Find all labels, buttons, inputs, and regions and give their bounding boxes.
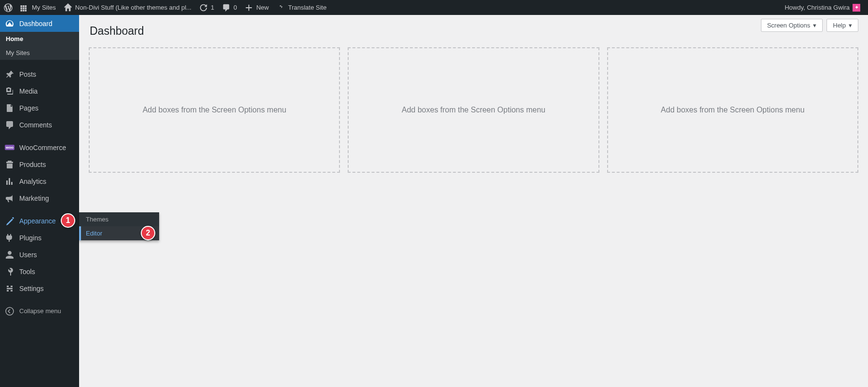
dashboard-dropzone-2[interactable]: Add boxes from the Screen Options menu [348,47,599,173]
sidebar-item-users[interactable]: Users [0,246,79,263]
sidebar-item-products[interactable]: Products [0,156,79,173]
sidebar-item-label: Plugins [19,234,41,242]
translate-link[interactable]: Translate Site [272,0,330,15]
media-icon [5,86,14,96]
wp-logo[interactable] [0,0,16,15]
my-sites-link[interactable]: My Sites [16,0,60,15]
comment-icon [5,120,14,130]
sidebar-item-collapse[interactable]: Collapse menu [0,303,79,319]
woocommerce-icon: woo [5,145,14,150]
comments-link[interactable]: 0 [218,0,241,15]
sidebar-item-woocommerce[interactable]: woo WooCommerce [0,139,79,156]
network-icon [20,3,29,12]
howdy-link[interactable]: Howdy, Christina Gwira✦ [781,0,864,15]
refresh-icon [199,3,208,12]
new-link[interactable]: New [241,0,272,15]
marketing-icon [5,194,14,203]
comment-icon [222,3,231,12]
annotation-2: 2 [141,226,155,240]
plugins-icon [5,233,14,243]
sidebar-item-label: WooCommerce [19,144,66,152]
admin-bar: My Sites Non-Divi Stuff (Like other them… [0,0,868,15]
appearance-icon [5,216,14,226]
sidebar-item-label: Tools [19,268,35,276]
sidebar-item-label: Comments [19,121,52,129]
sidebar-item-label: Media [19,87,38,95]
analytics-icon [5,177,14,186]
sidebar-item-analytics[interactable]: Analytics [0,173,79,190]
sidebar-item-label: Appearance [19,217,56,225]
screen-options-label: Screen Options [767,22,811,29]
dashboard-icon [5,19,14,28]
sidebar-item-comments[interactable]: Comments [0,116,79,133]
svg-point-0 [6,307,14,315]
sidebar-item-label: Users [19,251,37,259]
new-label: New [256,4,269,11]
sidebar-item-label: Posts [19,70,36,78]
refresh-count: 1 [211,4,214,11]
screen-options-button[interactable]: Screen Options▾ [761,19,823,32]
dashboard-dropzone-1[interactable]: Add boxes from the Screen Options menu [89,47,340,173]
plus-icon [244,3,253,12]
annotation-1: 1 [61,213,75,228]
pages-icon [5,103,14,113]
sidebar-item-media[interactable]: Media [0,83,79,99]
pin-icon [5,69,14,79]
settings-icon [5,284,14,293]
translate-icon [276,3,285,12]
site-name-label: Non-Divi Stuff (Like other themes and pl… [75,4,191,11]
sidebar-item-posts[interactable]: Posts [0,66,79,83]
help-button[interactable]: Help▾ [827,19,858,32]
sidebar-item-pages[interactable]: Pages [0,99,79,116]
sidebar-item-label: Analytics [19,178,46,185]
dashboard-dropzone-3[interactable]: Add boxes from the Screen Options menu [607,47,858,173]
sidebar-item-label: Products [19,161,46,168]
sidebar-item-dashboard[interactable]: Dashboard [0,15,79,32]
page-title: Dashboard [90,25,858,38]
avatar: ✦ [853,4,860,12]
main-content: Screen Options▾ Help▾ Dashboard Add boxe… [79,15,868,387]
refresh-link[interactable]: 1 [195,0,218,15]
tools-icon [5,267,14,276]
sidebar-item-plugins[interactable]: Plugins [0,229,79,246]
sidebar-item-label: Dashboard [19,20,53,28]
sidebar-item-label: Marketing [19,194,49,202]
submenu-item-mysites[interactable]: My Sites [0,46,79,60]
chevron-down-icon: ▾ [849,22,852,29]
appearance-flyout: Themes Editor 2 [79,212,159,240]
help-label: Help [833,22,846,29]
wordpress-icon [4,3,13,12]
submenu-item-home[interactable]: Home [0,32,79,46]
sidebar-item-tools[interactable]: Tools [0,263,79,280]
comments-count: 0 [233,4,237,11]
home-icon [64,3,72,12]
flyout-item-themes[interactable]: Themes [79,212,159,226]
collapse-icon [5,306,14,316]
translate-label: Translate Site [288,4,326,11]
sidebar-item-label: Settings [19,285,44,292]
users-icon [5,250,14,260]
sidebar-item-label: Pages [19,104,39,112]
products-icon [5,160,14,169]
chevron-down-icon: ▾ [813,22,816,29]
admin-sidebar: Dashboard Home My Sites Posts Media Page… [0,15,79,387]
howdy-label: Howdy, Christina Gwira [785,4,850,11]
sidebar-item-label: Collapse menu [19,307,61,315]
my-sites-label: My Sites [32,4,56,11]
sidebar-item-marketing[interactable]: Marketing [0,190,79,207]
site-name-link[interactable]: Non-Divi Stuff (Like other themes and pl… [60,0,195,15]
sidebar-item-settings[interactable]: Settings [0,280,79,297]
